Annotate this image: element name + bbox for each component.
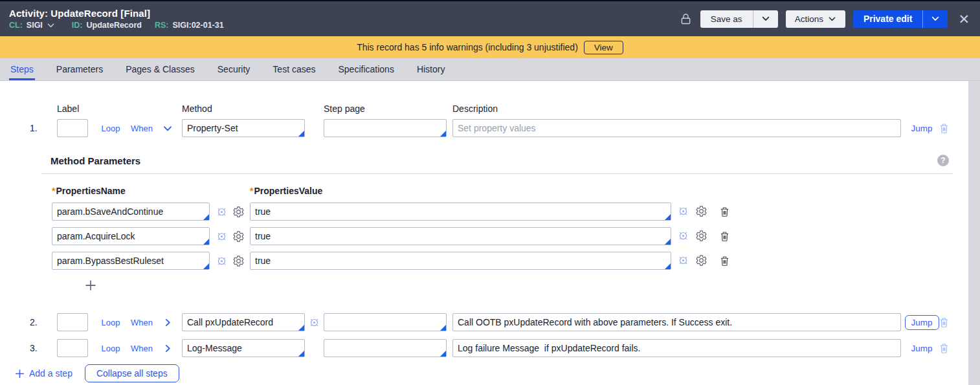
expand-step-chevron-icon[interactable] (163, 344, 173, 353)
gear-icon[interactable] (232, 230, 245, 243)
tab-parameters[interactable]: Parameters (55, 58, 104, 80)
collapse-all-steps-button[interactable]: Collapse all steps (85, 364, 179, 382)
private-edit-chevron-icon[interactable] (923, 10, 948, 28)
close-icon[interactable]: ✕ (955, 12, 972, 26)
goal-seek-icon[interactable] (216, 206, 228, 218)
delete-parameter-icon[interactable] (718, 255, 731, 267)
jump-link[interactable]: Jump (911, 344, 932, 353)
step-row-2: 2. Loop When Jump (0, 313, 968, 332)
step-row-3: 3. Loop When Jump (0, 338, 968, 358)
rule-identity: Activity: UpdateRecord [Final] CL: SIGI … (9, 8, 224, 30)
goal-seek-icon[interactable] (677, 230, 689, 242)
step-page-input[interactable] (324, 119, 447, 137)
when-link[interactable]: When (131, 344, 153, 353)
gear-icon[interactable] (695, 254, 707, 267)
section-divider (41, 173, 953, 174)
gear-icon[interactable] (695, 230, 707, 242)
properties-name-input[interactable] (52, 203, 210, 221)
properties-value-input[interactable] (250, 252, 671, 270)
step-label-input[interactable] (57, 339, 88, 357)
delete-step-icon[interactable] (938, 342, 950, 355)
parameter-row (41, 252, 953, 270)
actions-label: Actions (795, 14, 823, 24)
autocomplete-indicator (203, 263, 209, 269)
tab-pages-classes[interactable]: Pages & Classes (124, 58, 196, 80)
add-parameter-row-icon[interactable] (84, 279, 97, 292)
tab-test-cases[interactable]: Test cases (271, 58, 317, 80)
method-column-header: Method (182, 104, 305, 114)
save-as-button[interactable]: Save as (700, 10, 753, 28)
id-value: UpdateRecord (87, 21, 142, 30)
goal-seek-icon[interactable] (677, 205, 689, 217)
delete-step-icon[interactable] (938, 122, 950, 135)
autocomplete-indicator (440, 325, 446, 331)
loop-link[interactable]: Loop (102, 318, 120, 327)
method-parameters-section: Method Parameters ? *PropertiesName *Pro… (41, 155, 953, 292)
save-as-split-button: Save as (700, 10, 778, 28)
id-label: ID: (72, 21, 83, 30)
add-step-link[interactable]: Add a step (14, 368, 72, 379)
loop-link[interactable]: Loop (102, 124, 120, 133)
properties-name-input[interactable] (52, 252, 210, 270)
private-edit-button[interactable]: Private edit (853, 10, 922, 28)
goal-seek-icon[interactable] (308, 316, 320, 329)
step-page-input[interactable] (324, 313, 447, 331)
autocomplete-indicator (298, 131, 304, 137)
properties-name-input[interactable] (52, 227, 210, 245)
class-value[interactable]: SIGI (27, 21, 43, 30)
method-input[interactable] (182, 119, 305, 137)
activity-editor-window: Activity: UpdateRecord [Final] CL: SIGI … (0, 0, 980, 385)
view-warnings-button[interactable]: View (584, 41, 623, 54)
header-actions: Save as Actions Private edit ✕ (679, 10, 972, 28)
required-marker: * (52, 186, 55, 196)
tab-security[interactable]: Security (216, 58, 252, 80)
autocomplete-indicator (298, 351, 304, 357)
class-chevron-down-icon[interactable] (47, 21, 55, 30)
warning-text: This record has 5 info warnings (includi… (357, 42, 578, 52)
step-number: 1. (30, 123, 57, 133)
jump-link[interactable]: Jump (905, 315, 939, 330)
goal-seek-icon[interactable] (216, 255, 228, 267)
parameter-row (41, 227, 953, 245)
help-icon[interactable]: ? (937, 155, 949, 166)
warning-bar: This record has 5 info warnings (includi… (0, 36, 980, 58)
description-input[interactable] (452, 119, 901, 137)
gear-icon[interactable] (232, 255, 245, 267)
gear-icon[interactable] (232, 206, 245, 218)
lock-icon[interactable] (679, 12, 693, 26)
loop-link[interactable]: Loop (102, 344, 120, 353)
tab-steps[interactable]: Steps (9, 58, 35, 80)
step-number: 3. (30, 343, 57, 353)
delete-parameter-icon[interactable] (718, 230, 731, 243)
description-input[interactable] (452, 313, 901, 331)
step-label-input[interactable] (57, 119, 88, 137)
method-input[interactable] (182, 313, 305, 331)
plus-icon (14, 368, 25, 379)
goal-seek-icon[interactable] (216, 230, 228, 243)
properties-value-input[interactable] (250, 203, 671, 221)
method-input[interactable] (182, 339, 305, 357)
ruleset-value: SIGI:02-01-31 (172, 21, 223, 30)
class-label: CL: (9, 21, 23, 30)
delete-step-icon[interactable] (938, 316, 950, 329)
actions-button[interactable]: Actions (786, 10, 845, 28)
description-input[interactable] (452, 339, 901, 357)
collapse-step-chevron-icon[interactable] (162, 124, 173, 134)
tab-specifications[interactable]: Specifications (337, 58, 395, 80)
tab-history[interactable]: History (416, 58, 447, 80)
rule-meta: CL: SIGI ID: UpdateRecord RS: SIGI:02-01… (9, 21, 224, 30)
save-as-chevron-icon[interactable] (753, 10, 778, 28)
step-page-input[interactable] (324, 339, 447, 357)
delete-parameter-icon[interactable] (718, 206, 731, 218)
rule-header: Activity: UpdateRecord [Final] CL: SIGI … (0, 1, 980, 36)
when-link[interactable]: When (131, 318, 153, 327)
expand-step-chevron-icon[interactable] (163, 318, 173, 327)
properties-value-input[interactable] (250, 227, 671, 245)
when-link[interactable]: When (131, 124, 153, 133)
gear-icon[interactable] (695, 205, 707, 217)
goal-seek-icon[interactable] (677, 254, 689, 267)
step-label-input[interactable] (57, 313, 88, 331)
autocomplete-indicator (203, 239, 209, 245)
jump-link[interactable]: Jump (911, 124, 932, 133)
scrollbar-track[interactable] (968, 81, 980, 385)
